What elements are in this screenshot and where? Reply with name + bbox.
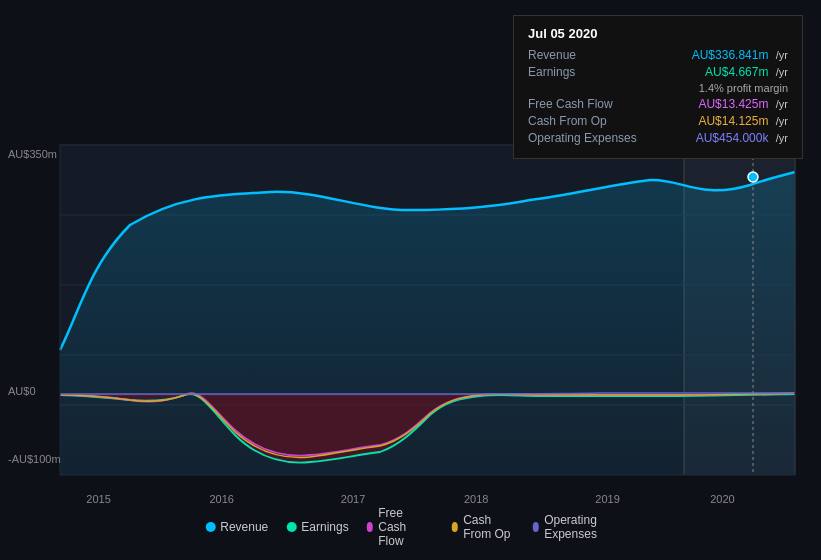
legend-dot-revenue <box>205 522 215 532</box>
tooltip-revenue-row: Revenue AU$336.841m /yr <box>528 48 788 62</box>
legend-label-fcf: Free Cash Flow <box>378 506 433 548</box>
chart-container: AU$350m AU$0 -AU$100m 2015 2016 2017 201… <box>0 0 821 560</box>
tooltip-cashop-label: Cash From Op <box>528 114 648 128</box>
legend-dot-earnings <box>286 522 296 532</box>
tooltip-cashop-value: AU$14.125m /yr <box>698 114 788 128</box>
legend-label-revenue: Revenue <box>220 520 268 534</box>
chart-legend: Revenue Earnings Free Cash Flow Cash Fro… <box>205 506 616 548</box>
tooltip-cashop-row: Cash From Op AU$14.125m /yr <box>528 114 788 128</box>
x-label-2018: 2018 <box>464 493 488 505</box>
legend-operating-expenses[interactable]: Operating Expenses <box>533 513 616 541</box>
tooltip-earnings-row: Earnings AU$4.667m /yr <box>528 65 788 79</box>
legend-dot-fcf <box>367 522 374 532</box>
legend-free-cash-flow[interactable]: Free Cash Flow <box>367 506 434 548</box>
x-label-2020: 2020 <box>710 493 734 505</box>
legend-earnings[interactable]: Earnings <box>286 520 348 534</box>
tooltip-date: Jul 05 2020 <box>528 26 788 41</box>
x-label-2019: 2019 <box>595 493 619 505</box>
legend-label-cashop: Cash From Op <box>463 513 514 541</box>
tooltip-earnings-value: AU$4.667m /yr <box>705 65 788 79</box>
x-label-2015: 2015 <box>86 493 110 505</box>
y-label-neg100m: -AU$100m <box>8 453 61 465</box>
data-tooltip: Jul 05 2020 Revenue AU$336.841m /yr Earn… <box>513 15 803 159</box>
tooltip-fcf-row: Free Cash Flow AU$13.425m /yr <box>528 97 788 111</box>
svg-point-12 <box>748 172 758 182</box>
legend-cash-from-op[interactable]: Cash From Op <box>452 513 515 541</box>
tooltip-opex-value: AU$454.000k /yr <box>696 131 788 145</box>
tooltip-fcf-value: AU$13.425m /yr <box>698 97 788 111</box>
legend-label-earnings: Earnings <box>301 520 348 534</box>
y-label-0: AU$0 <box>8 385 36 397</box>
x-label-2017: 2017 <box>341 493 365 505</box>
tooltip-revenue-value: AU$336.841m /yr <box>692 48 788 62</box>
tooltip-opex-label: Operating Expenses <box>528 131 648 145</box>
legend-dot-opex <box>533 522 540 532</box>
tooltip-opex-row: Operating Expenses AU$454.000k /yr <box>528 131 788 145</box>
legend-label-opex: Operating Expenses <box>544 513 616 541</box>
y-label-350m: AU$350m <box>8 148 57 160</box>
tooltip-revenue-label: Revenue <box>528 48 648 62</box>
legend-revenue[interactable]: Revenue <box>205 520 268 534</box>
x-label-2016: 2016 <box>209 493 233 505</box>
legend-dot-cashop <box>452 522 459 532</box>
tooltip-earnings-label: Earnings <box>528 65 648 79</box>
tooltip-profit-margin: 1.4% profit margin <box>528 82 788 94</box>
tooltip-fcf-label: Free Cash Flow <box>528 97 648 111</box>
